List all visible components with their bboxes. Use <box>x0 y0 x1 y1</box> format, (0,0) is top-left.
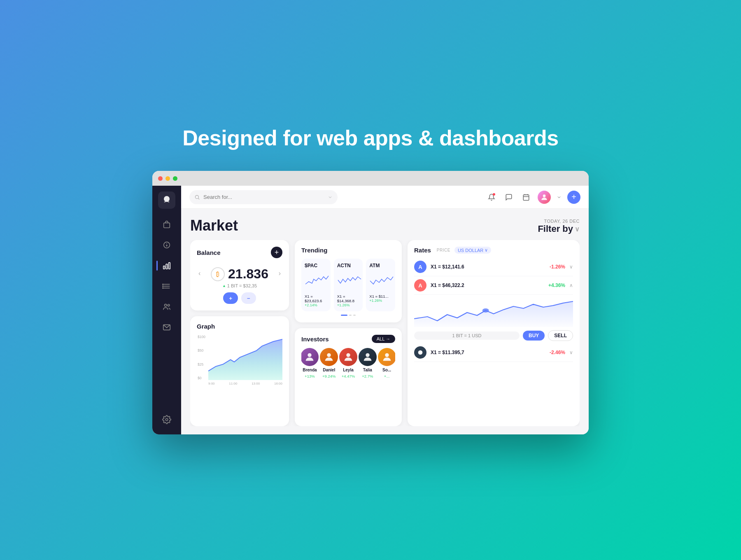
rate-row-3[interactable]: X1 = $11.395,7 -2.46% ∨ <box>414 343 573 362</box>
sidebar-item-coins[interactable] <box>158 236 176 254</box>
svg-point-12 <box>165 304 167 307</box>
trending-symbol-3: ATM <box>369 263 392 268</box>
svg-point-16 <box>195 195 198 198</box>
sidebar-item-chart[interactable] <box>158 257 176 275</box>
trade-bar: 1 BIT = 1 USD BUY SELL <box>414 330 573 341</box>
messages-icon[interactable] <box>503 191 515 203</box>
notifications-icon[interactable] <box>486 191 497 203</box>
all-button[interactable]: ALL → <box>372 335 395 343</box>
rate-change-3: -2.46% <box>550 350 565 355</box>
investor-change-brenda: +13% <box>305 374 315 378</box>
user-avatar[interactable] <box>538 191 551 204</box>
sidebar <box>152 186 181 434</box>
rate-row-2[interactable]: A X1 = $46,322.2 +4.36% ∧ <box>414 276 573 295</box>
balance-card: Balance + ‹ ₿ 21.836 › <box>190 240 289 310</box>
balance-minus-button[interactable]: − <box>241 292 256 304</box>
investor-change-so: +... <box>384 374 389 378</box>
balance-plus-button[interactable]: + <box>223 292 238 304</box>
investor-name-talia: Talia <box>363 368 372 372</box>
rate-price-2: X1 = $46,322.2 <box>431 282 544 288</box>
rate-row-1[interactable]: A X1 = $12,141.6 -1.26% ∨ <box>414 258 573 276</box>
graph-card: Graph $100 $50 $25 $0 <box>190 316 289 426</box>
investor-avatar-talia <box>359 348 377 366</box>
investor-change-daniel: +9.24% <box>322 374 336 378</box>
trade-pair: 1 BIT = 1 USD <box>414 331 520 340</box>
balance-add-button[interactable]: + <box>271 247 282 258</box>
rate-price-3: X1 = $11.395,7 <box>431 350 545 355</box>
trending-symbol-1: $PAC <box>305 263 327 268</box>
buy-button[interactable]: BUY <box>523 331 545 341</box>
investor-name-so: So... <box>382 368 391 372</box>
trending-change-2: +1.26% <box>337 303 360 307</box>
rate-arrow-3: ∨ <box>569 350 573 355</box>
sidebar-item-users[interactable] <box>158 298 176 316</box>
balance-rate: ▲ 1 BIT = $32,35 <box>197 283 282 288</box>
rate-arrow-2: ∧ <box>569 282 573 288</box>
balance-value: 21.836 <box>228 266 268 282</box>
investor-leyla[interactable]: Leyla +4.47% <box>340 348 357 378</box>
scroll-dot-active <box>341 315 347 316</box>
trending-change-3: +1.26% <box>369 299 392 303</box>
dot-yellow <box>165 176 170 181</box>
investors-card: Investors ALL → Brenda +1 <box>295 328 402 426</box>
investor-avatar-brenda <box>301 348 319 366</box>
sidebar-item-list[interactable] <box>158 277 176 295</box>
search-bar[interactable] <box>189 190 338 204</box>
investor-brenda[interactable]: Brenda +13% <box>301 348 318 378</box>
investor-talia[interactable]: Talia +2.7% <box>359 348 376 378</box>
add-button[interactable]: + <box>567 191 580 204</box>
investors-card-title: Investors <box>301 336 329 343</box>
rate-up-icon: ▲ <box>222 284 226 288</box>
svg-rect-17 <box>523 195 529 201</box>
sidebar-item-settings[interactable] <box>158 411 176 429</box>
trending-card: Trending $PAC X1 = $23,623.6 <box>295 240 402 322</box>
dot-green <box>173 176 177 181</box>
svg-point-25 <box>366 353 369 357</box>
trending-chart-2 <box>337 272 362 290</box>
svg-point-9 <box>163 284 163 285</box>
svg-point-13 <box>168 304 170 306</box>
trending-symbol-2: ACTN <box>337 263 360 268</box>
rate-avatar-2: A <box>414 279 426 292</box>
currency-chevron-icon: ∨ <box>485 247 488 253</box>
trending-card-title: Trending <box>301 247 327 254</box>
rates-price-label: PRICE <box>437 248 450 252</box>
investor-name-brenda: Brenda <box>303 368 317 372</box>
svg-point-24 <box>346 353 350 357</box>
trending-item-3[interactable]: ATM X1 = $11... +1.26% <box>366 259 395 311</box>
sidebar-logo <box>158 191 175 209</box>
browser-window: + Market TODAY, 26 DEC Filter by ∨ <box>152 171 589 434</box>
filter-by-button[interactable]: Filter by ∨ <box>538 224 580 234</box>
investor-avatar-so <box>378 348 395 366</box>
trending-item-2[interactable]: ACTN X1 = $14,368.8 +1.26% <box>334 259 363 311</box>
investor-avatar-daniel <box>320 348 338 366</box>
sidebar-item-bag[interactable] <box>158 215 176 233</box>
balance-prev-arrow[interactable]: ‹ <box>198 270 200 277</box>
calendar-icon[interactable] <box>520 191 532 203</box>
investor-daniel[interactable]: Daniel +9.24% <box>321 348 338 378</box>
graph-card-title: Graph <box>197 323 215 330</box>
svg-point-21 <box>543 194 546 197</box>
investor-so[interactable]: So... +... <box>378 348 395 378</box>
rates-card-title: Rates <box>414 247 431 254</box>
svg-rect-4 <box>166 264 168 269</box>
sidebar-item-inbox[interactable] <box>158 318 176 336</box>
search-input[interactable] <box>203 194 324 200</box>
svg-point-15 <box>165 418 168 421</box>
user-dropdown-icon[interactable] <box>557 195 562 200</box>
rate-change-2: +4.36% <box>548 282 565 288</box>
balance-next-arrow[interactable]: › <box>279 270 281 277</box>
rate-avatar-3 <box>414 346 426 359</box>
page-title: Market <box>190 217 238 234</box>
chevron-down-icon <box>328 195 333 200</box>
currency-selector[interactable]: US DOLLAR ∨ <box>454 247 491 254</box>
trending-price-3: X1 = $11... <box>369 294 392 299</box>
sell-button[interactable]: SELL <box>548 330 573 341</box>
trending-item-1[interactable]: $PAC X1 = $23,623.6 +2.14% <box>301 259 331 311</box>
rate-arrow-1: ∨ <box>569 264 573 270</box>
rates-mini-chart <box>414 298 573 327</box>
investor-change-talia: +2.7% <box>362 374 373 378</box>
trending-price-1: X1 = $23,623.6 <box>305 294 327 303</box>
btc-icon: ₿ <box>211 267 225 281</box>
svg-point-10 <box>163 286 163 287</box>
